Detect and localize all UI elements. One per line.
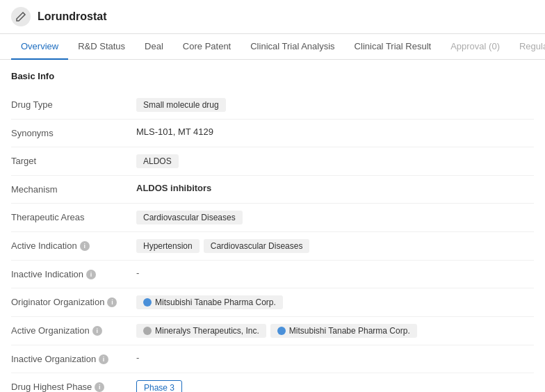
section-title: Basic Info xyxy=(11,71,534,81)
field-therapeutic-areas: Therapeutic Areas Cardiovascular Disease… xyxy=(11,204,534,232)
field-active-org: Active Organization i Mineralys Therapeu… xyxy=(11,317,534,345)
org-dot-gray-mineralys xyxy=(143,327,152,335)
content-area: Basic Info Drug Type Small molecule drug… xyxy=(0,60,545,392)
tag-cardiovascular-diseases[interactable]: Cardiovascular Diseases xyxy=(136,211,243,224)
info-icon-active-indication[interactable]: i xyxy=(80,241,90,251)
info-icon-inactive-indication[interactable]: i xyxy=(86,270,96,279)
value-inactive-org: - xyxy=(136,352,534,363)
value-active-org: Mineralys Therapeutics, Inc. Mitsubishi … xyxy=(136,324,534,338)
tab-approval: Approval (0) xyxy=(441,34,510,60)
info-icon-active-org[interactable]: i xyxy=(92,326,102,336)
tab-regulation: Regulation (0) xyxy=(510,34,545,60)
org-mineralys[interactable]: Mineralys Therapeutics, Inc. xyxy=(136,324,266,338)
org-dot-blue-mitsubishi xyxy=(277,327,286,335)
value-therapeutic-areas: Cardiovascular Diseases xyxy=(136,211,534,224)
org-mitsubishi-originator[interactable]: Mitsubishi Tanabe Pharma Corp. xyxy=(136,295,283,309)
label-inactive-org: Inactive Organization i xyxy=(11,352,136,364)
tab-clinical-trial-result[interactable]: Clinical Trial Result xyxy=(345,34,441,60)
label-drug-type: Drug Type xyxy=(11,98,136,110)
org-mitsubishi-active[interactable]: Mitsubishi Tanabe Pharma Corp. xyxy=(270,324,417,338)
value-originator-org: Mitsubishi Tanabe Pharma Corp. xyxy=(136,295,534,309)
field-target: Target ALDOS xyxy=(11,147,534,176)
logo-icon xyxy=(11,7,31,26)
label-mechanism: Mechanism xyxy=(11,183,136,195)
tab-rd-status[interactable]: R&D Status xyxy=(68,34,135,60)
inactive-indication-dash: - xyxy=(136,268,139,278)
value-synonyms: MLS-101, MT 4129 xyxy=(136,126,534,137)
label-synonyms: Synonyms xyxy=(11,126,136,138)
tag-hypertension[interactable]: Hypertension xyxy=(136,239,200,253)
label-originator-org: Originator Organization i xyxy=(11,295,136,307)
tag-cardiovascular-diseases-indication[interactable]: Cardiovascular Diseases xyxy=(204,239,310,253)
field-inactive-indication: Inactive Indication i - xyxy=(11,261,534,288)
value-target: ALDOS xyxy=(136,154,534,168)
label-drug-highest-phase: Drug Highest Phase i xyxy=(11,380,136,392)
info-icon-inactive-org[interactable]: i xyxy=(99,354,108,364)
org-dot-blue xyxy=(143,298,152,307)
info-icon-originator-org[interactable]: i xyxy=(107,297,117,307)
label-therapeutic-areas: Therapeutic Areas xyxy=(11,211,136,222)
field-mechanism: Mechanism ALDOS inhibitors xyxy=(11,176,534,204)
header: Lorundrostat xyxy=(0,0,545,34)
inactive-org-dash: - xyxy=(136,352,139,363)
value-drug-highest-phase: Phase 3 xyxy=(136,380,534,392)
label-active-indication: Active Indication i xyxy=(11,239,136,251)
value-active-indication: Hypertension Cardiovascular Diseases xyxy=(136,239,534,253)
field-originator-org: Originator Organization i Mitsubishi Tan… xyxy=(11,288,534,317)
synonyms-text: MLS-101, MT 4129 xyxy=(136,126,213,137)
value-drug-type: Small molecule drug xyxy=(136,98,534,112)
field-drug-type: Drug Type Small molecule drug xyxy=(11,91,534,120)
tag-small-molecule: Small molecule drug xyxy=(136,98,226,112)
tab-bar: Overview R&D Status Deal Core Patent Cli… xyxy=(0,34,545,60)
tab-core-patent[interactable]: Core Patent xyxy=(173,34,241,60)
tab-deal[interactable]: Deal xyxy=(135,34,173,60)
field-drug-highest-phase: Drug Highest Phase i Phase 3 xyxy=(11,373,534,392)
label-active-org: Active Organization i xyxy=(11,324,136,336)
tab-clinical-trial-analysis[interactable]: Clinical Trial Analysis xyxy=(241,34,344,60)
field-synonyms: Synonyms MLS-101, MT 4129 xyxy=(11,120,534,147)
app-title: Lorundrostat xyxy=(38,10,107,23)
field-inactive-org: Inactive Organization i - xyxy=(11,345,534,373)
label-inactive-indication: Inactive Indication i xyxy=(11,268,136,279)
label-target: Target xyxy=(11,154,136,166)
field-active-indication: Active Indication i Hypertension Cardiov… xyxy=(11,232,534,261)
tab-overview[interactable]: Overview xyxy=(11,34,68,60)
mechanism-text: ALDOS inhibitors xyxy=(136,183,211,193)
value-inactive-indication: - xyxy=(136,268,534,278)
info-icon-drug-highest-phase[interactable]: i xyxy=(95,382,104,392)
tag-aldos[interactable]: ALDOS xyxy=(136,154,179,168)
value-mechanism: ALDOS inhibitors xyxy=(136,183,534,193)
phase-3-badge[interactable]: Phase 3 xyxy=(136,380,182,392)
